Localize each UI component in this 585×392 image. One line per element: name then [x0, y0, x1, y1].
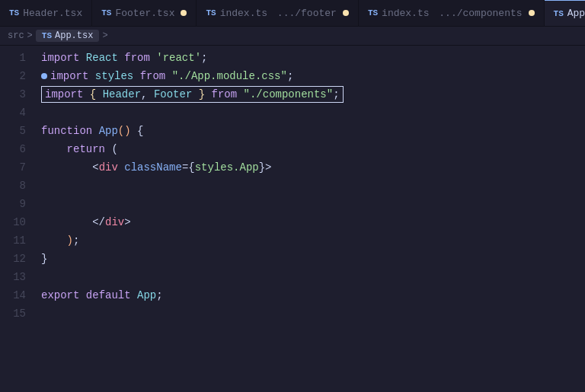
- line-content-6: return (: [38, 143, 585, 155]
- tab-index-components[interactable]: TS index.ts .../components: [359, 0, 545, 26]
- line-num-1: 1: [0, 52, 38, 64]
- code-line-13: 13: [0, 268, 585, 286]
- unsaved-dot: [181, 10, 187, 16]
- line-num-4: 4: [0, 107, 38, 119]
- bc-src: src: [8, 30, 24, 41]
- code-line-9: 9: [0, 195, 585, 213]
- code-line-6: 6 return (: [0, 140, 585, 158]
- bc-app[interactable]: TS App.tsx: [36, 30, 100, 42]
- unsaved-dot: [529, 10, 535, 16]
- code-line-7: 7 <div className={styles.App}>: [0, 158, 585, 177]
- line-num-2: 2: [0, 70, 38, 82]
- ts-badge: TS: [9, 8, 19, 18]
- tab-footer[interactable]: TS Footer.tsx: [92, 0, 197, 26]
- line-num-13: 13: [0, 271, 38, 283]
- code-line-2: 2 import styles from "./App.module.css";: [0, 67, 585, 85]
- tab-sublabel: .../components: [433, 8, 523, 19]
- line-num-3: 3: [0, 88, 38, 100]
- bc-sep-1: >: [27, 30, 33, 41]
- bc-src-label: src: [8, 30, 24, 41]
- line-content-14: export default App;: [38, 289, 585, 301]
- line-num-7: 7: [0, 161, 38, 174]
- code-line-4: 4: [0, 104, 585, 122]
- line-content-10: </div>: [38, 216, 585, 228]
- tab-index-footer[interactable]: TS index.ts .../footer: [197, 0, 358, 26]
- line-content-2: import styles from "./App.module.css";: [38, 70, 585, 82]
- code-line-11: 11 );: [0, 231, 585, 250]
- line-num-15: 15: [0, 308, 38, 320]
- tab-label: index.ts: [220, 8, 267, 19]
- ts-badge: TS: [206, 8, 216, 18]
- line-num-12: 12: [0, 253, 38, 265]
- bc-sep-2: >: [102, 30, 107, 41]
- line-num-10: 10: [0, 216, 38, 228]
- line-num-14: 14: [0, 289, 38, 301]
- line-content-7: <div className={styles.App}>: [38, 161, 585, 174]
- code-line-12: 12 }: [0, 250, 585, 268]
- code-line-1: 1 import React from 'react';: [0, 49, 585, 67]
- code-line-14: 14 export default App;: [0, 286, 585, 304]
- tab-label: Footer.tsx: [115, 8, 174, 19]
- tab-header[interactable]: TS Header.tsx: [0, 0, 92, 26]
- tab-label: App.tsx: [567, 8, 585, 19]
- line-content-1: import React from 'react';: [38, 52, 585, 64]
- line-num-8: 8: [0, 180, 38, 192]
- code-line-5: 5 function App() {: [0, 122, 585, 140]
- line-num-9: 9: [0, 198, 38, 210]
- ts-badge: TS: [368, 8, 378, 18]
- breadcrumb: src > TS App.tsx >: [0, 27, 585, 46]
- line-num-6: 6: [0, 143, 38, 155]
- line-num-5: 5: [0, 125, 38, 137]
- code-editor: 1 import React from 'react'; 2 import st…: [0, 46, 585, 392]
- code-line-10: 10 </div>: [0, 213, 585, 231]
- line-num-11: 11: [0, 234, 38, 247]
- ts-badge-bc: TS: [42, 31, 52, 40]
- code-line-15: 15: [0, 304, 585, 323]
- ts-badge: TS: [554, 9, 564, 18]
- line-content-12: }: [38, 253, 585, 265]
- tab-sublabel: .../footer: [271, 8, 337, 19]
- line-content-3: import { Header, Footer } from "./compon…: [38, 86, 585, 103]
- tab-label: index.ts: [382, 8, 429, 19]
- bc-app-label: App.tsx: [55, 30, 93, 41]
- tab-bar: TS Header.tsx TS Footer.tsx TS index.ts …: [0, 0, 585, 27]
- code-line-8: 8: [0, 177, 585, 195]
- line-content-11: );: [38, 234, 585, 247]
- tab-label: Header.tsx: [23, 8, 82, 19]
- line-content-5: function App() {: [38, 125, 585, 137]
- tab-app[interactable]: TS App.tsx: [545, 0, 585, 26]
- ts-badge: TS: [101, 8, 111, 18]
- unsaved-dot: [343, 10, 349, 16]
- code-line-3: 3 import { Header, Footer } from "./comp…: [0, 85, 585, 104]
